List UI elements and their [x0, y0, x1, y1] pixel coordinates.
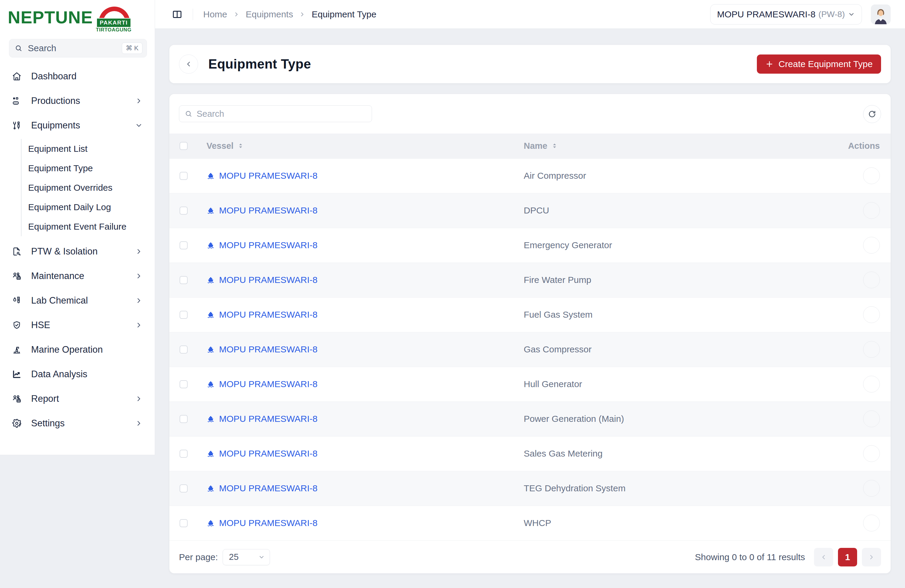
sidebar-item-marine-operation[interactable]: Marine Operation: [0, 337, 155, 362]
row-actions-button[interactable]: [863, 515, 880, 531]
row-checkbox[interactable]: [179, 207, 187, 215]
row-actions-button[interactable]: [863, 167, 880, 184]
search-icon: [15, 44, 22, 52]
row-checkbox[interactable]: [179, 241, 187, 250]
row-checkbox[interactable]: [179, 415, 187, 423]
sidebar-item-data-analysis[interactable]: Data Analysis: [0, 362, 155, 386]
table-row: MOPU PRAMESWARI-8 Hull Generator: [169, 367, 891, 402]
brand-name: NEPTUNE: [8, 5, 93, 29]
page-title: Equipment Type: [208, 57, 311, 72]
row-checkbox[interactable]: [179, 172, 187, 180]
vessel-link[interactable]: MOPU PRAMESWARI-8: [206, 310, 512, 320]
topbar-divider: [193, 9, 193, 20]
row-actions-button[interactable]: [863, 376, 880, 393]
create-equipment-type-button[interactable]: Create Equipment Type: [757, 54, 881, 74]
sidebar-item-label: Lab Chemical: [31, 295, 88, 306]
plus-icon: [765, 60, 773, 68]
row-actions-button[interactable]: [863, 341, 880, 358]
table-footer: Per page: 25 Showing 0 to 0 of 11 result…: [169, 540, 891, 573]
sidebar-item-dashboard[interactable]: Dashboard: [0, 64, 155, 89]
vessel-selector[interactable]: MOPU PRAMESWARI-8 (PW-8): [710, 4, 862, 25]
row-actions-button[interactable]: [863, 272, 880, 288]
table-row: MOPU PRAMESWARI-8 Fuel Gas System: [169, 297, 891, 332]
sidebar-toggle-icon[interactable]: [172, 9, 183, 20]
sidebar-item-lab-chemical[interactable]: Lab Chemical: [0, 288, 155, 313]
back-button[interactable]: [179, 54, 198, 74]
sort-by-name[interactable]: Name: [524, 141, 558, 151]
sidebar-subitem-equipment-daily-log[interactable]: Equipment Daily Log: [22, 197, 155, 217]
chevron-right-icon: [868, 553, 875, 561]
table-row: MOPU PRAMESWARI-8 Power Generation (Main…: [169, 402, 891, 436]
vessel-link-label: MOPU PRAMESWARI-8: [219, 448, 318, 459]
sidebar-item-maintenance[interactable]: Maintenance: [0, 264, 155, 288]
sidebar-item-report[interactable]: Report: [0, 386, 155, 411]
sidebar-item-settings[interactable]: Settings: [0, 411, 155, 435]
refresh-button[interactable]: [863, 105, 881, 123]
row-checkbox[interactable]: [179, 311, 187, 319]
vessel-link[interactable]: MOPU PRAMESWARI-8: [206, 483, 512, 493]
results-summary: Showing 0 to 0 of 11 results: [695, 552, 805, 562]
sidebar-item-productions[interactable]: Productions: [0, 89, 155, 113]
per-page-select[interactable]: 25: [223, 549, 270, 565]
select-all-checkbox[interactable]: [179, 142, 187, 150]
sidebar-item-equipments[interactable]: Equipments: [0, 113, 155, 138]
ship-icon: [206, 380, 215, 388]
row-actions-button[interactable]: [863, 237, 880, 254]
previous-page-button[interactable]: [814, 548, 833, 566]
sidebar-item-hse[interactable]: HSE: [0, 313, 155, 337]
row-actions-button[interactable]: [863, 202, 880, 219]
sort-by-vessel[interactable]: Vessel: [206, 141, 244, 151]
sidebar-item-ptw-isolation[interactable]: PTW & Isolation: [0, 239, 155, 264]
vessel-link[interactable]: MOPU PRAMESWARI-8: [206, 275, 512, 285]
breadcrumb-current: Equipment Type: [311, 9, 376, 19]
row-checkbox[interactable]: [179, 380, 187, 388]
table-row: MOPU PRAMESWARI-8 Air Compressor: [169, 158, 891, 193]
vessel-link[interactable]: MOPU PRAMESWARI-8: [206, 379, 512, 389]
tools-icon: [12, 121, 22, 130]
row-checkbox[interactable]: [179, 519, 187, 527]
vessel-link[interactable]: MOPU PRAMESWARI-8: [206, 518, 512, 528]
sidebar-item-label: Settings: [31, 418, 65, 429]
table-row: MOPU PRAMESWARI-8 Gas Compressor: [169, 332, 891, 367]
row-checkbox[interactable]: [179, 345, 187, 354]
vessel-link[interactable]: MOPU PRAMESWARI-8: [206, 414, 512, 424]
row-actions-button[interactable]: [863, 445, 880, 462]
sidebar-subitem-equipment-event-failure[interactable]: Equipment Event Failure: [22, 217, 155, 236]
vessel-link-label: MOPU PRAMESWARI-8: [219, 379, 318, 389]
row-actions-button[interactable]: [863, 306, 880, 323]
breadcrumb-home[interactable]: Home: [203, 9, 227, 19]
sidebar-subitem-equipment-type[interactable]: Equipment Type: [22, 158, 155, 178]
lab-chemical-icon: [12, 296, 22, 305]
user-avatar[interactable]: [871, 5, 891, 24]
page-1-button[interactable]: 1: [838, 548, 857, 566]
sidebar-search[interactable]: ⌘ K: [9, 39, 147, 57]
sidebar-search-input[interactable]: [28, 43, 122, 53]
brand-logo: NEPTUNE PAKARTI TIRTOAGUNG: [0, 0, 155, 31]
vessel-column-header: Vessel: [206, 141, 233, 151]
row-actions-button[interactable]: [863, 480, 880, 497]
equipment-name: Air Compressor: [512, 158, 792, 193]
chevron-right-icon: [135, 272, 143, 280]
row-actions-button[interactable]: [863, 410, 880, 427]
vessel-link[interactable]: MOPU PRAMESWARI-8: [206, 448, 512, 459]
sidebar-item-label: Productions: [31, 95, 80, 106]
search-shortcut-badge: ⌘ K: [122, 43, 143, 54]
row-checkbox[interactable]: [179, 485, 187, 493]
vessel-link[interactable]: MOPU PRAMESWARI-8: [206, 205, 512, 216]
sidebar-subitem-equipment-overrides[interactable]: Equipment Overrides: [22, 178, 155, 197]
row-checkbox[interactable]: [179, 276, 187, 284]
vessel-link[interactable]: MOPU PRAMESWARI-8: [206, 344, 512, 354]
next-page-button[interactable]: [862, 548, 881, 566]
table-search[interactable]: [179, 105, 372, 122]
vessel-link[interactable]: MOPU PRAMESWARI-8: [206, 171, 512, 181]
gear-icon: [12, 418, 22, 428]
breadcrumb-equipments[interactable]: Equipments: [246, 9, 293, 19]
sidebar-subitem-equipment-list[interactable]: Equipment List: [22, 139, 155, 158]
row-checkbox[interactable]: [179, 450, 187, 458]
logo-line2: TIRTOAGUNG: [96, 27, 132, 33]
actions-column-header: Actions: [792, 133, 891, 158]
chevron-right-icon: [135, 248, 143, 255]
vessel-link[interactable]: MOPU PRAMESWARI-8: [206, 240, 512, 250]
equipment-name: Sales Gas Metering: [512, 436, 792, 471]
table-search-input[interactable]: [197, 109, 366, 119]
